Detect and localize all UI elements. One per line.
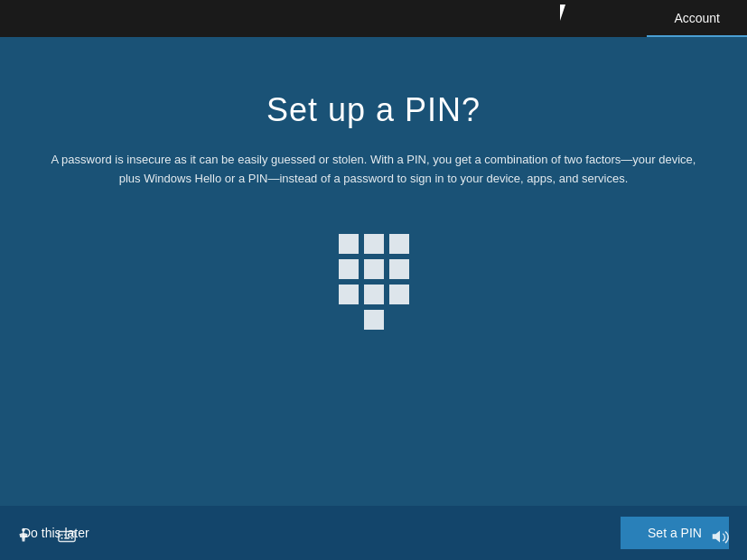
svg-rect-1 xyxy=(59,532,75,542)
account-label: Account xyxy=(674,11,720,25)
keypad xyxy=(339,234,409,330)
keypad-row-4 xyxy=(364,310,384,330)
cursor xyxy=(560,5,571,23)
svg-rect-7 xyxy=(64,537,70,539)
key-dot-2[interactable] xyxy=(364,234,384,254)
key-dot-4[interactable] xyxy=(339,259,359,279)
keyboard-icon xyxy=(57,527,77,546)
keypad-row-3 xyxy=(339,285,409,304)
keypad-row-2 xyxy=(339,259,409,279)
key-dot-6[interactable] xyxy=(389,259,409,279)
key-dot-1[interactable] xyxy=(339,234,359,254)
key-dot-0[interactable] xyxy=(364,310,384,330)
bottom-right-icons xyxy=(705,522,734,551)
volume-icon xyxy=(710,527,730,546)
svg-rect-2 xyxy=(61,534,63,536)
svg-rect-8 xyxy=(71,537,73,539)
svg-point-0 xyxy=(22,528,25,532)
accessibility-icon xyxy=(14,527,33,546)
key-dot-7[interactable] xyxy=(339,285,359,304)
volume-icon-button[interactable] xyxy=(705,522,734,551)
key-dot-8[interactable] xyxy=(364,285,384,304)
keyboard-icon-button[interactable] xyxy=(52,522,81,551)
bottom-left-icons xyxy=(9,522,81,551)
key-dot-9[interactable] xyxy=(389,285,409,304)
page-title: Set up a PIN? xyxy=(266,91,481,129)
svg-rect-5 xyxy=(71,534,73,536)
key-dot-5[interactable] xyxy=(364,259,384,279)
key-dot-3[interactable] xyxy=(389,234,409,254)
svg-rect-6 xyxy=(61,537,63,539)
svg-rect-3 xyxy=(64,534,66,536)
bottom-bar: Do this later Set a PIN xyxy=(0,506,747,560)
description-text: A password is insecure as it can be easi… xyxy=(40,151,708,189)
keypad-row-1 xyxy=(339,234,409,254)
top-bar: Account xyxy=(0,0,747,37)
svg-rect-4 xyxy=(68,534,70,536)
svg-marker-9 xyxy=(713,531,720,543)
accessibility-icon-button[interactable] xyxy=(9,522,38,551)
main-content: Set up a PIN? A password is insecure as … xyxy=(0,37,747,506)
account-tab[interactable]: Account xyxy=(647,0,747,37)
